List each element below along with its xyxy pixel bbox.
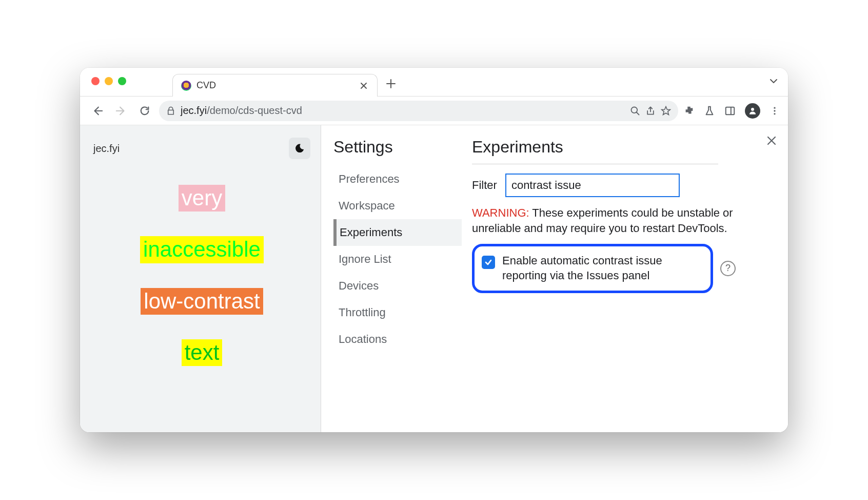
minimize-window-button[interactable] <box>105 77 113 85</box>
settings-close-button[interactable] <box>766 136 777 146</box>
menu-button[interactable] <box>770 106 780 116</box>
experiment-row-wrap: Enable automatic contrast issue reportin… <box>472 244 775 293</box>
settings-menu: Preferences Workspace Experiments Ignore… <box>333 166 462 353</box>
titlebar: CVD <box>80 68 788 97</box>
divider <box>472 164 718 164</box>
maximize-window-button[interactable] <box>118 77 126 85</box>
tab-title: CVD <box>196 80 352 91</box>
address-bar[interactable]: jec.fyi/demo/cds-quest-cvd <box>159 101 678 121</box>
panel-icon[interactable] <box>724 105 736 117</box>
page-viewport: jec.fyi very inaccessible low-contrast t… <box>80 125 321 432</box>
moon-icon <box>294 143 305 154</box>
settings-sidebar: Settings Preferences Workspace Experimen… <box>333 138 462 432</box>
page-header: jec.fyi <box>93 138 310 159</box>
chevron-down-icon <box>768 76 779 86</box>
share-icon[interactable] <box>645 106 656 116</box>
site-brand: jec.fyi <box>93 143 120 155</box>
toolbar: jec.fyi/demo/cds-quest-cvd <box>80 97 788 125</box>
warning-text: WARNING: These experiments could be unst… <box>472 205 739 236</box>
word-very: very <box>179 185 225 211</box>
forward-button[interactable] <box>112 102 130 120</box>
svg-rect-1 <box>726 107 735 114</box>
menu-item-workspace[interactable]: Workspace <box>333 193 462 219</box>
svg-point-3 <box>774 107 775 108</box>
tab-close-button[interactable] <box>358 80 370 92</box>
arrow-left-icon <box>92 105 103 117</box>
person-icon <box>748 106 757 116</box>
experiment-row-highlight: Enable automatic contrast issue reportin… <box>472 244 713 293</box>
zoom-icon[interactable] <box>630 106 640 116</box>
experiment-label: Enable automatic contrast issue reportin… <box>502 254 702 283</box>
reload-button[interactable] <box>135 102 154 120</box>
lock-icon <box>166 106 175 116</box>
extensions-icon[interactable] <box>683 105 695 117</box>
arrow-right-icon <box>115 105 127 117</box>
menu-item-locations[interactable]: Locations <box>333 326 462 353</box>
back-button[interactable] <box>88 102 107 120</box>
browser-window: CVD jec.fyi/dem <box>80 68 788 432</box>
word-low-contrast: low-contrast <box>141 288 263 315</box>
labs-icon[interactable] <box>704 105 715 117</box>
profile-avatar[interactable] <box>745 103 760 119</box>
menu-item-experiments[interactable]: Experiments <box>333 219 462 246</box>
close-icon <box>766 136 777 146</box>
new-tab-button[interactable] <box>381 73 401 94</box>
tab-cvd[interactable]: CVD <box>172 74 378 97</box>
bookmark-icon[interactable] <box>661 106 671 116</box>
url-text: jec.fyi/demo/cds-quest-cvd <box>181 105 302 117</box>
filter-label: Filter <box>472 179 497 192</box>
toolbar-right <box>683 103 780 119</box>
theme-toggle-button[interactable] <box>289 138 310 159</box>
reload-icon <box>139 105 150 117</box>
menu-item-devices[interactable]: Devices <box>333 273 462 299</box>
help-button[interactable]: ? <box>720 261 736 276</box>
word-inaccessible: inaccessible <box>140 236 264 263</box>
menu-item-preferences[interactable]: Preferences <box>333 166 462 193</box>
kebab-icon <box>770 106 780 116</box>
tab-strip: CVD <box>172 68 401 96</box>
devtools-settings: Settings Preferences Workspace Experimen… <box>321 125 788 432</box>
tab-overflow-button[interactable] <box>768 76 779 86</box>
menu-item-throttling[interactable]: Throttling <box>333 299 462 326</box>
experiment-checkbox[interactable] <box>482 256 495 269</box>
content-area: jec.fyi very inaccessible low-contrast t… <box>80 125 788 432</box>
filter-input[interactable] <box>505 174 680 197</box>
plus-icon <box>386 79 396 89</box>
panel-title: Experiments <box>472 138 775 157</box>
demo-words: very inaccessible low-contrast text <box>93 175 310 432</box>
filter-row: Filter <box>472 174 775 197</box>
close-window-button[interactable] <box>91 77 100 85</box>
menu-item-ignore-list[interactable]: Ignore List <box>333 246 462 273</box>
word-text: text <box>182 339 223 366</box>
settings-title: Settings <box>333 138 462 157</box>
svg-point-2 <box>751 108 754 111</box>
svg-point-5 <box>774 113 775 114</box>
close-icon <box>360 82 367 89</box>
favicon-icon <box>181 81 191 91</box>
check-icon <box>484 258 492 266</box>
warning-label: WARNING: <box>472 206 529 219</box>
svg-point-4 <box>774 110 775 111</box>
window-controls <box>91 77 126 85</box>
settings-panel: Experiments Filter WARNING: These experi… <box>462 138 775 432</box>
